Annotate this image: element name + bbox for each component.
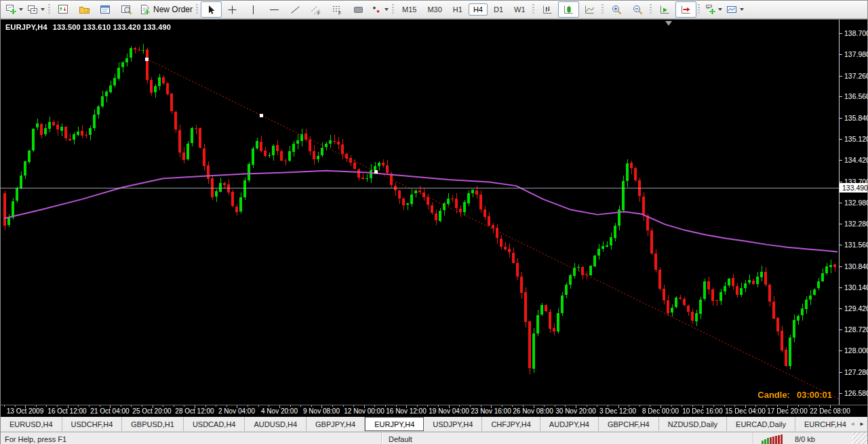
time-axis-tick — [353, 405, 354, 407]
time-axis-tick — [597, 405, 597, 407]
status-connection: 8/0 kb — [753, 432, 852, 444]
resize-grip[interactable] — [852, 432, 867, 444]
time-axis-tick — [692, 405, 693, 407]
timeframe-button-m15[interactable]: M15 — [397, 3, 421, 16]
time-axis-tick — [587, 405, 587, 407]
chart-tab-nzdusd[interactable]: NZDUSD,Daily — [659, 417, 727, 431]
toolbar-grip — [196, 4, 198, 15]
timeframe-button-h4[interactable]: H4 — [469, 3, 488, 16]
time-axis-tick — [745, 405, 746, 408]
time-axis-tick — [396, 405, 397, 407]
auto-scroll-button[interactable] — [654, 1, 675, 18]
market-watch-button[interactable] — [53, 1, 74, 18]
toolbar-group-indicators — [696, 1, 746, 18]
navigator-button[interactable] — [74, 1, 95, 18]
time-axis-tick — [639, 405, 640, 407]
chart-tab-usdchf[interactable]: USDCHF,H4 — [62, 417, 123, 431]
tabs-scroll-right-button[interactable]: ► — [859, 421, 865, 427]
time-axis-tick — [216, 405, 216, 407]
strategy-tester-icon — [121, 4, 132, 16]
price-axis-label: 135.840 — [840, 114, 867, 122]
zoom-out-button[interactable] — [627, 1, 648, 18]
time-axis-tick — [629, 405, 629, 407]
horizontal-line-button[interactable] — [264, 1, 285, 18]
time-axis-tick — [78, 405, 79, 407]
trendline-button[interactable] — [285, 1, 306, 18]
time-axis-tick — [142, 405, 142, 407]
timeframe-button-m30[interactable]: M30 — [422, 3, 446, 16]
equidistant-channel-button[interactable]: F — [306, 1, 327, 18]
time-axis-tick — [68, 405, 68, 408]
time-axis-label: 3 Dec 12:00 — [599, 407, 636, 415]
timeframe-button-h1[interactable]: H1 — [448, 3, 467, 16]
chart-tab-eurjpy[interactable]: EURJPY,H4 — [365, 417, 424, 431]
vertical-line-button[interactable] — [243, 1, 264, 18]
chart-shift-icon — [680, 4, 692, 16]
profiles-button[interactable] — [25, 1, 47, 18]
templates-button[interactable] — [724, 1, 746, 18]
crosshair-button[interactable] — [222, 1, 243, 18]
chart-tab-eurchf[interactable]: EURCHF,H4 — [795, 417, 847, 431]
time-axis-tick — [110, 405, 111, 408]
time-axis-tick — [36, 405, 37, 407]
chart-tab-gbpjpy[interactable]: GBPJPY,H4 — [307, 417, 365, 431]
time-axis-tick — [364, 405, 365, 408]
chart-tab-gbpusd[interactable]: GBPUSD,H1 — [122, 417, 184, 431]
time-axis-tick — [15, 405, 16, 407]
svg-text:F: F — [338, 10, 341, 15]
crosshair-icon — [226, 4, 238, 16]
cursor-button[interactable] — [201, 1, 222, 18]
new-chart-button[interactable] — [3, 1, 25, 18]
time-axis-tick — [438, 405, 439, 407]
fibonacci-retracement-button[interactable]: F — [327, 1, 348, 18]
chart-tab-usdcad[interactable]: USDCAD,H4 — [184, 417, 245, 431]
chart-tab-eurusd[interactable]: EURUSD,H4 — [1, 417, 62, 431]
time-axis-tick — [502, 405, 502, 407]
chart-tab-eurcad[interactable]: EURCAD,Daily — [727, 417, 795, 431]
zoom-in-button[interactable] — [606, 1, 627, 18]
indicators-button[interactable] — [703, 1, 724, 18]
time-axis-tick — [565, 405, 566, 407]
time-axis-tick — [481, 405, 481, 407]
chart-tab-usdjpy[interactable]: USDJPY,H4 — [424, 417, 482, 431]
chart-tab-gbpchf[interactable]: GBPCHF,H4 — [599, 417, 659, 431]
strategy-tester-button[interactable] — [116, 1, 137, 18]
candlestick-chart-button[interactable] — [558, 1, 579, 18]
tabs-scroll-left-button[interactable]: ◄ — [850, 421, 855, 427]
time-axis-tick — [195, 405, 195, 408]
time-axis-tick — [830, 405, 831, 408]
price-axis-label: 134.420 — [840, 156, 867, 164]
equidistant-channel-icon: F — [311, 4, 322, 16]
time-axis-tick — [226, 405, 227, 407]
time-axis-label: 13 Oct 2009 — [7, 407, 43, 415]
chart-tab-chfjpy[interactable]: CHFJPY,H4 — [482, 417, 540, 431]
time-axis-tick — [258, 405, 259, 407]
chart-tab-audjpy[interactable]: AUDJPY,H4 — [540, 417, 599, 431]
line-chart-button[interactable] — [579, 1, 600, 18]
time-axis-tick — [608, 405, 608, 407]
bar-chart-button[interactable] — [537, 1, 558, 18]
candlestick-chart-icon — [563, 4, 574, 16]
chart-tab-audusd[interactable]: AUDUSD,H4 — [245, 417, 307, 431]
status-profile[interactable]: Default — [382, 432, 753, 444]
profiles-caret-icon — [41, 8, 45, 11]
connection-bars-icon — [762, 435, 783, 444]
chart-shift-marker-icon[interactable] — [665, 21, 672, 26]
new-order-icon — [139, 4, 151, 16]
chart-shift-button[interactable] — [675, 1, 696, 18]
new-chart-caret-icon — [19, 8, 23, 11]
price-chart-canvas[interactable] — [1, 20, 839, 405]
new-order-button[interactable]: New Order — [137, 1, 195, 18]
terminal-button[interactable] — [95, 1, 116, 18]
timeframe-button-d1[interactable]: D1 — [489, 3, 508, 16]
time-axis-tick — [523, 405, 524, 407]
time-axis-label: 15 Dec 04:00 — [725, 407, 766, 415]
time-axis-tick — [766, 405, 767, 407]
time-axis-tick — [491, 405, 492, 408]
new-order-label: New Order — [153, 5, 193, 14]
shapes-button[interactable] — [348, 1, 369, 18]
arrow-symbols-button[interactable] — [369, 1, 391, 18]
candle-countdown-value: 03:00:01 — [797, 390, 832, 400]
price-axis-label: 135.120 — [840, 135, 867, 143]
timeframe-button-w1[interactable]: W1 — [509, 3, 530, 16]
